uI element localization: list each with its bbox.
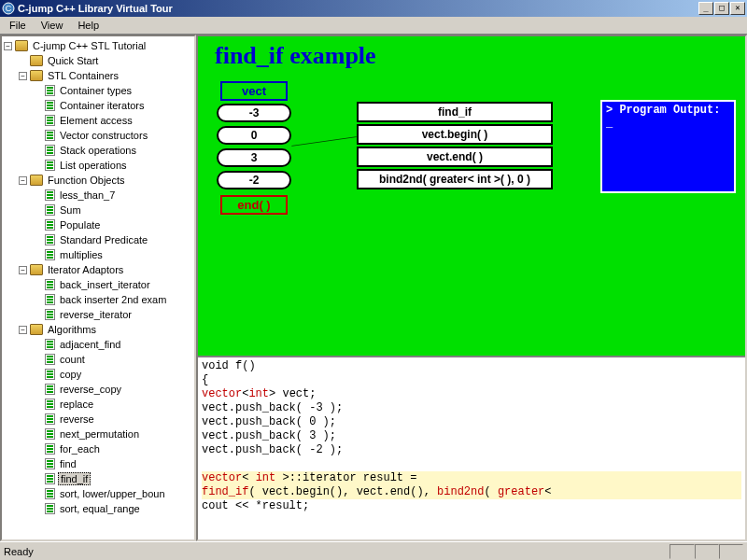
tree-item[interactable]: reverse_iterator [58,309,134,320]
code-line: vect.push_back( -2 ); [202,443,343,456]
code-line: vect.push_back( 0 ); [202,415,336,428]
function-call-box: vect.begin( ) [357,124,553,145]
close-button[interactable]: ✕ [730,2,745,15]
tree-item[interactable]: less_than_7 [58,189,117,201]
tree-item[interactable]: back inserter 2nd exam [58,294,168,305]
tree-item[interactable]: Container iterators [58,100,147,111]
collapse-icon[interactable]: − [19,266,27,274]
vector-element: 3 [217,148,291,167]
tree-item[interactable]: reverse [58,413,96,425]
book-icon [15,40,28,51]
tree-item[interactable]: sort, lower/upper_boun [58,488,167,499]
tree-item[interactable]: List operations [58,160,129,171]
page-icon [45,279,55,290]
tree-item[interactable]: adjacent_find [58,339,122,350]
navigation-tree[interactable]: −C-jump C++ STL Tutorial Quick Start −ST… [0,35,196,541]
status-cell [695,544,719,559]
page-icon [45,354,55,365]
tree-item[interactable]: Function Objects [46,175,127,186]
collapse-icon[interactable]: − [4,42,12,50]
tree-item[interactable]: copy [58,369,83,380]
book-icon [30,175,43,186]
program-output-panel: > Program Output: _ [600,100,736,193]
page-icon [45,100,55,111]
function-call-box: bind2nd( greater< int >( ), 0 ) [357,169,553,189]
status-text: Ready [4,546,34,557]
code-line: vect.push_back( -3 ); [202,401,343,414]
page-icon [45,399,55,410]
tree-item[interactable]: Quick Start [46,55,100,66]
window-title: C-jump C++ Library Virtual Tour [18,3,698,14]
tree-item[interactable]: multiplies [58,249,105,260]
tree-item[interactable]: Element access [58,115,134,126]
page-icon [45,130,55,141]
tree-item[interactable]: Iterator Adaptors [46,264,125,275]
tree-item[interactable]: Algorithms [46,324,98,335]
page-icon [45,219,55,231]
page-icon [45,339,55,350]
diagram-title: find_if example [215,42,376,70]
page-icon [45,115,55,126]
tree-root[interactable]: C-jump C++ STL Tutorial [31,40,148,51]
tree-item[interactable]: replace [58,399,95,410]
code-line: { [202,373,208,386]
tree-item[interactable]: back_insert_iterator [58,279,152,290]
tree-item[interactable]: STL Containers [46,70,120,81]
code-line: void f() [202,359,256,372]
book-icon [30,55,43,66]
page-icon [45,189,55,201]
page-icon [45,369,55,380]
book-icon [30,70,43,81]
tree-item[interactable]: Sum [58,204,83,216]
code-line: vect.push_back( 3 ); [202,429,336,442]
tree-item[interactable]: Container types [58,85,134,96]
output-header: > Program Output: [606,104,730,117]
collapse-icon[interactable]: − [19,176,27,185]
tree-item[interactable]: Stack operations [58,145,138,156]
maximize-button[interactable]: □ [714,2,729,15]
menu-help[interactable]: Help [70,18,106,33]
status-cell [719,544,743,559]
code-panel[interactable]: void f() { vector<int> vect; vect.push_b… [198,357,745,539]
minimize-button[interactable]: _ [698,2,713,15]
page-icon [45,294,55,305]
tree-item[interactable]: reverse_copy [58,384,123,395]
page-icon [45,458,55,469]
menu-file[interactable]: File [2,18,34,33]
tree-item[interactable]: Standard Predicate [58,234,149,245]
app-icon: C [2,2,15,15]
book-icon [30,324,43,335]
collapse-icon[interactable]: − [19,326,27,334]
page-icon [45,204,55,216]
tree-item[interactable]: sort, equal_range [58,503,142,514]
page-icon [45,85,55,96]
page-icon [45,145,55,156]
page-icon [45,473,55,484]
tree-item[interactable]: Populate [58,219,102,231]
vector-element: -3 [217,104,291,122]
book-icon [30,264,43,275]
page-icon [45,160,55,171]
highlighted-code: vector< int >::iterator result = find_if… [202,471,741,499]
page-icon [45,249,55,260]
tree-item[interactable]: for_each [58,443,102,455]
tree-item[interactable]: next_permutation [58,428,141,440]
output-cursor: _ [606,117,730,130]
tree-item[interactable]: count [58,354,87,365]
tree-item[interactable]: find [58,458,78,469]
function-call-box: find_if [357,102,553,122]
tree-item[interactable]: Vector constructors [58,130,149,141]
collapse-icon[interactable]: − [19,72,27,80]
page-icon [45,309,55,320]
menu-view[interactable]: View [34,18,71,33]
status-bar: Ready [0,541,747,560]
code-line: cout << *result; [202,499,309,512]
menu-bar: File View Help [0,17,747,35]
page-icon [45,413,55,425]
diagram-panel: find_if example vect -3 0 3 -2 end( ) fi… [198,36,745,357]
function-call-box: vect.end( ) [357,147,553,167]
page-icon [45,488,55,499]
title-bar: C C-jump C++ Library Virtual Tour _ □ ✕ [0,0,747,17]
tree-item-selected[interactable]: find_if [58,472,91,485]
connector-line [291,136,356,147]
